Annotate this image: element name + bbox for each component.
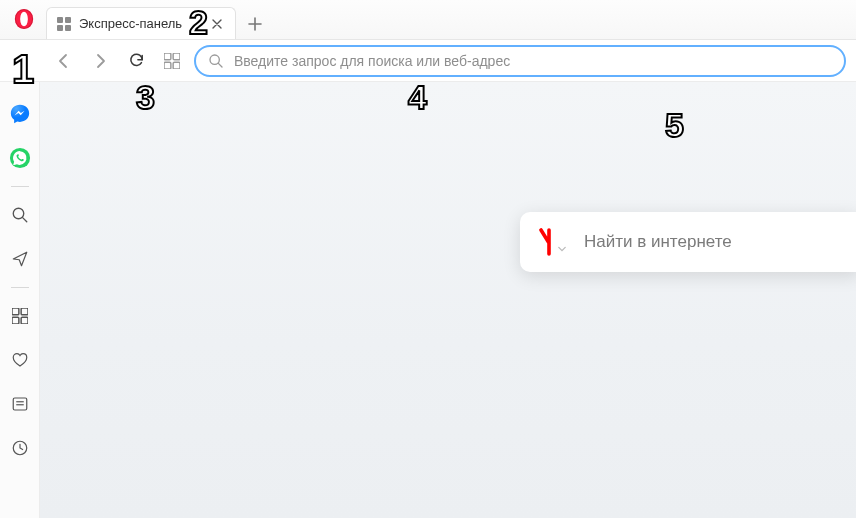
speed-dial-icon [57,17,71,31]
send-icon [11,250,29,268]
svg-line-12 [218,63,222,67]
svg-rect-3 [57,17,63,23]
sidebar-item-flow[interactable] [0,237,40,281]
svg-rect-19 [21,317,28,324]
svg-line-15 [22,218,26,222]
tab-title: Экспресс-панель [79,16,182,31]
reload-button[interactable] [122,47,150,75]
sidebar-item-news[interactable] [0,382,40,426]
svg-rect-5 [57,25,63,31]
svg-point-1 [20,12,28,27]
svg-rect-4 [65,17,71,23]
tab-close-button[interactable] [209,16,225,32]
yandex-icon [536,228,556,256]
speed-dial-toolbar-button[interactable] [158,47,186,75]
messenger-icon [9,103,31,125]
body-area [0,82,856,518]
address-bar[interactable] [194,45,846,77]
plus-icon [248,17,262,31]
svg-rect-10 [173,62,180,69]
tab-speed-dial[interactable]: Экспресс-панель [46,7,236,39]
yandex-logo [536,228,566,256]
back-button[interactable] [50,47,78,75]
speed-dial-content [40,82,856,518]
svg-rect-18 [12,317,19,324]
heart-icon [11,351,29,369]
tab-bar: Экспресс-панель [0,0,856,40]
sidebar-item-messenger[interactable] [0,92,40,136]
svg-rect-7 [164,53,171,60]
browser-window: Экспресс-панель [0,0,856,518]
chevron-right-icon [92,53,108,69]
news-icon [11,395,29,413]
chevron-down-icon [558,245,566,253]
svg-rect-9 [164,62,171,69]
whatsapp-icon [9,147,31,169]
sidebar-separator [11,287,29,288]
history-icon [11,439,29,457]
speed-dial-icon [12,308,28,324]
search-icon [11,206,29,224]
sidebar-item-bookmarks[interactable] [0,338,40,382]
sidebar-separator [11,186,29,187]
opera-logo-icon [13,8,35,30]
forward-button[interactable] [86,47,114,75]
speed-dial-icon [164,53,180,69]
svg-rect-6 [65,25,71,31]
chevron-left-icon [56,53,72,69]
reload-icon [128,52,145,69]
svg-rect-17 [21,308,28,315]
search-icon [208,53,224,69]
address-input[interactable] [234,53,832,69]
sidebar [0,82,40,518]
svg-rect-8 [173,53,180,60]
new-tab-button[interactable] [240,9,270,39]
close-icon [212,19,222,29]
sidebar-item-speed-dial[interactable] [0,294,40,338]
search-widget-input[interactable] [584,232,844,252]
opera-menu-button[interactable] [10,5,38,33]
sidebar-item-search[interactable] [0,193,40,237]
svg-rect-16 [12,308,19,315]
toolbar [0,40,856,82]
search-widget[interactable] [520,212,856,272]
sidebar-item-whatsapp[interactable] [0,136,40,180]
svg-rect-20 [13,398,27,410]
sidebar-item-history[interactable] [0,426,40,470]
